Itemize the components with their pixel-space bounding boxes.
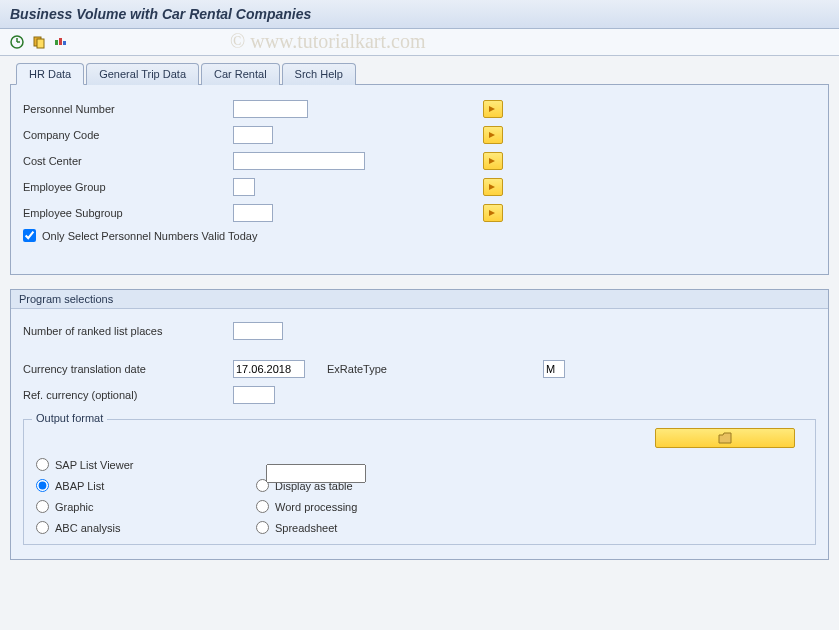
ranked-places-input[interactable] — [233, 322, 283, 340]
currency-date-input[interactable] — [233, 360, 305, 378]
title-bar: Business Volume with Car Rental Companie… — [0, 0, 839, 29]
radio-spreadsheet[interactable] — [256, 521, 269, 534]
ranked-places-label: Number of ranked list places — [23, 325, 233, 337]
output-format-radios: SAP List Viewer ABAP List Display as tab… — [36, 458, 803, 534]
radio-abc-analysis[interactable] — [36, 521, 49, 534]
tab-srch-help[interactable]: Srch Help — [282, 63, 356, 85]
variant-icon[interactable] — [30, 33, 48, 51]
company-code-label: Company Code — [23, 129, 233, 141]
company-code-input[interactable] — [233, 126, 273, 144]
personnel-number-input[interactable] — [233, 100, 308, 118]
layout-select-button[interactable] — [655, 428, 795, 448]
svg-rect-4 — [37, 39, 44, 48]
output-format-title: Output format — [32, 412, 107, 424]
only-valid-today-checkbox[interactable] — [23, 229, 36, 242]
currency-date-label: Currency translation date — [23, 363, 233, 375]
radio-graphic-label: Graphic — [55, 501, 94, 513]
personnel-number-label: Personnel Number — [23, 103, 233, 115]
cost-center-input[interactable] — [233, 152, 365, 170]
layout-input[interactable] — [266, 464, 366, 483]
radio-word-processing-label: Word processing — [275, 501, 357, 513]
radio-word-processing[interactable] — [256, 500, 269, 513]
employee-group-label: Employee Group — [23, 181, 233, 193]
tab-general-trip[interactable]: General Trip Data — [86, 63, 199, 85]
radio-sap-list-viewer[interactable] — [36, 458, 49, 471]
employee-subgroup-multi-select[interactable] — [483, 204, 503, 222]
content-area: HR Data General Trip Data Car Rental Src… — [0, 56, 839, 570]
employee-subgroup-input[interactable] — [233, 204, 273, 222]
exratetype-label: ExRateType — [327, 363, 537, 375]
radio-abap-list-label: ABAP List — [55, 480, 104, 492]
radio-sap-list-viewer-label: SAP List Viewer — [55, 459, 133, 471]
radio-graphic[interactable] — [36, 500, 49, 513]
program-selections-section: Program selections Number of ranked list… — [10, 289, 829, 560]
program-selections-title: Program selections — [11, 290, 828, 309]
only-valid-today-label: Only Select Personnel Numbers Valid Toda… — [42, 230, 257, 242]
employee-group-input[interactable] — [233, 178, 255, 196]
page-title: Business Volume with Car Rental Companie… — [10, 6, 829, 22]
employee-group-multi-select[interactable] — [483, 178, 503, 196]
cost-center-label: Cost Center — [23, 155, 233, 167]
radio-abap-list[interactable] — [36, 479, 49, 492]
svg-rect-6 — [59, 38, 62, 45]
employee-subgroup-label: Employee Subgroup — [23, 207, 233, 219]
selection-icon[interactable] — [52, 33, 70, 51]
output-format-group: Output format SAP List Viewer ABAP List … — [23, 419, 816, 545]
ref-currency-input[interactable] — [233, 386, 275, 404]
exratetype-input[interactable] — [543, 360, 565, 378]
svg-rect-7 — [63, 41, 66, 45]
tab-hr-data[interactable]: HR Data — [16, 63, 84, 85]
tab-strip: HR Data General Trip Data Car Rental Src… — [10, 62, 829, 85]
tab-panel-hr-data: Personnel Number Company Code Cost Cente… — [10, 85, 829, 275]
tab-car-rental[interactable]: Car Rental — [201, 63, 280, 85]
company-code-multi-select[interactable] — [483, 126, 503, 144]
radio-abc-analysis-label: ABC analysis — [55, 522, 120, 534]
cost-center-multi-select[interactable] — [483, 152, 503, 170]
svg-rect-5 — [55, 40, 58, 45]
execute-icon[interactable] — [8, 33, 26, 51]
radio-spreadsheet-label: Spreadsheet — [275, 522, 337, 534]
personnel-number-multi-select[interactable] — [483, 100, 503, 118]
toolbar — [0, 29, 839, 56]
ref-currency-label: Ref. currency (optional) — [23, 389, 233, 401]
